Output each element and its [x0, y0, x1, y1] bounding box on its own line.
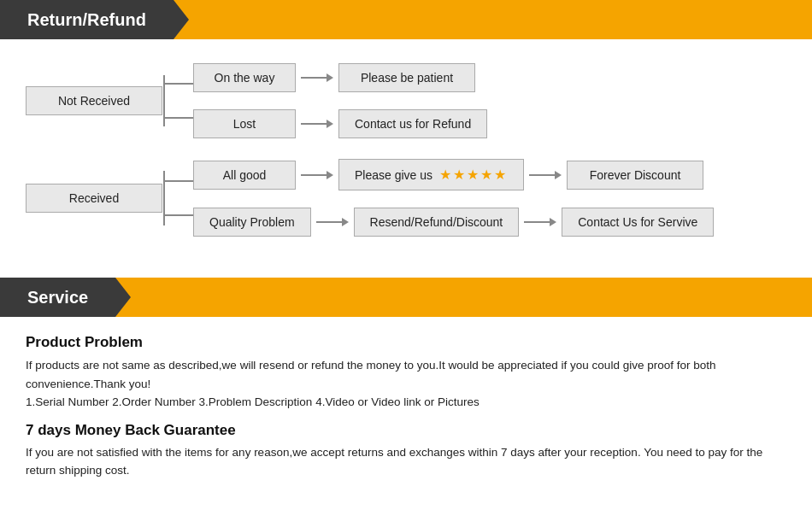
product-problem-body: If products are not same as described,we… — [26, 356, 786, 412]
arrow-all-good — [301, 171, 333, 179]
arrow-head — [550, 218, 556, 226]
product-problem-list: 1.Serial Number 2.Order Number 3.Problem… — [26, 395, 480, 408]
contact-us-service-box: Contact Us for Servive — [562, 208, 714, 237]
service-section: Product Problem If products are not same… — [0, 317, 812, 506]
money-back-title: 7 days Money Back Guarantee — [26, 422, 786, 439]
arrow-head — [327, 171, 333, 179]
contact-us-refund-box: Contact us for Refund — [338, 109, 487, 138]
received-connector-svg — [162, 162, 193, 234]
h-line — [301, 123, 327, 125]
please-be-patient-box: Please be patient — [338, 63, 475, 92]
arrow-head — [327, 73, 333, 82]
lost-box: Lost — [193, 109, 296, 138]
return-refund-title: Return/Refund — [0, 0, 174, 39]
return-refund-title-text: Return/Refund — [27, 10, 146, 30]
branch-on-the-way: On the way Please be patient — [193, 63, 487, 92]
product-problem-title: Product Problem — [26, 334, 786, 351]
branch-all-good: All good Please give us ★★★★★ Forever Di… — [193, 159, 714, 190]
arrow-lost — [301, 120, 333, 128]
arrow-head — [342, 218, 349, 226]
received-group: Received All good Please give us ★★★ — [26, 159, 786, 237]
received-branches: All good Please give us ★★★★★ Forever Di… — [193, 159, 714, 237]
return-refund-header: Return/Refund — [0, 0, 812, 39]
h-line — [316, 221, 342, 223]
arrow-head — [327, 120, 333, 128]
branch-lost: Lost Contact us for Refund — [193, 109, 487, 138]
service-header: Service — [0, 278, 812, 317]
h-line — [529, 174, 555, 176]
all-good-box: All good — [193, 161, 296, 190]
received-box: Received — [26, 184, 162, 213]
arrow-head — [555, 171, 562, 179]
arrow-quality-problem — [316, 218, 349, 226]
resend-refund-box: Resend/Refund/Discount — [354, 208, 520, 237]
not-received-connector-svg — [162, 67, 193, 135]
not-received-branches: On the way Please be patient Lost — [193, 63, 487, 138]
quality-problem-box: Quality Problem — [193, 208, 311, 237]
service-title-box: Service — [0, 278, 115, 317]
arrow-on-the-way — [301, 73, 333, 82]
please-give-stars-box: Please give us ★★★★★ — [338, 159, 524, 190]
service-header-text: Service — [27, 288, 88, 307]
money-back-body: If you are not satisfied with the items … — [26, 443, 786, 480]
not-received-group: Not Received On the way P — [26, 63, 786, 138]
on-the-way-box: On the way — [193, 63, 296, 92]
not-received-box: Not Received — [26, 86, 162, 115]
flowchart-section: Not Received On the way P — [0, 39, 812, 278]
arrow-contact-service — [524, 218, 556, 226]
forever-discount-box: Forever Discount — [567, 161, 703, 190]
h-line — [301, 174, 327, 176]
stars-icon: ★★★★★ — [439, 167, 508, 183]
product-problem-text: If products are not same as described,we… — [26, 359, 715, 390]
branch-quality-problem: Quality Problem Resend/Refund/Discount C… — [193, 208, 714, 237]
h-line — [524, 221, 550, 223]
h-line — [301, 77, 327, 79]
arrow-forever-discount — [529, 171, 562, 179]
